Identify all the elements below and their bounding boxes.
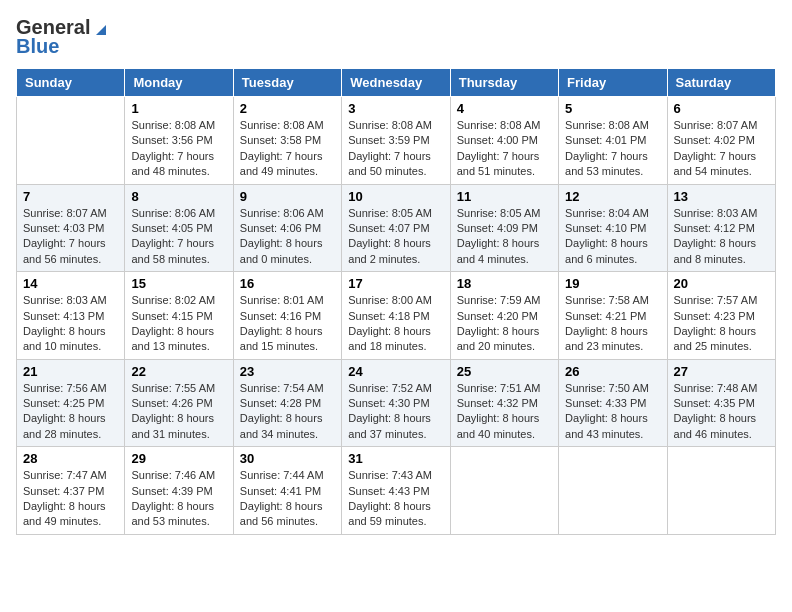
calendar-header-row: SundayMondayTuesdayWednesdayThursdayFrid… [17,69,776,97]
day-number: 25 [457,364,552,379]
calendar-cell: 15 Sunrise: 8:02 AM Sunset: 4:15 PM Dayl… [125,272,233,360]
sunset-text: Sunset: 4:39 PM [131,485,212,497]
daylight-text: Daylight: 7 hours and 51 minutes. [457,150,540,177]
calendar-cell: 10 Sunrise: 8:05 AM Sunset: 4:07 PM Dayl… [342,184,450,272]
day-number: 2 [240,101,335,116]
weekday-header: Saturday [667,69,775,97]
calendar-cell: 14 Sunrise: 8:03 AM Sunset: 4:13 PM Dayl… [17,272,125,360]
daylight-text: Daylight: 7 hours and 48 minutes. [131,150,214,177]
day-info: Sunrise: 7:52 AM Sunset: 4:30 PM Dayligh… [348,381,443,443]
sunset-text: Sunset: 4:05 PM [131,222,212,234]
daylight-text: Daylight: 8 hours and 0 minutes. [240,237,323,264]
weekday-header: Sunday [17,69,125,97]
sunset-text: Sunset: 4:23 PM [674,310,755,322]
calendar-cell: 4 Sunrise: 8:08 AM Sunset: 4:00 PM Dayli… [450,97,558,185]
sunset-text: Sunset: 4:43 PM [348,485,429,497]
daylight-text: Daylight: 7 hours and 53 minutes. [565,150,648,177]
calendar-cell: 22 Sunrise: 7:55 AM Sunset: 4:26 PM Dayl… [125,359,233,447]
day-number: 22 [131,364,226,379]
sunrise-text: Sunrise: 7:44 AM [240,469,324,481]
sunset-text: Sunset: 4:03 PM [23,222,104,234]
calendar-cell [17,97,125,185]
day-info: Sunrise: 7:50 AM Sunset: 4:33 PM Dayligh… [565,381,660,443]
day-number: 30 [240,451,335,466]
calendar-cell: 29 Sunrise: 7:46 AM Sunset: 4:39 PM Dayl… [125,447,233,535]
logo-blue-text: Blue [16,35,59,58]
sunrise-text: Sunrise: 7:46 AM [131,469,215,481]
calendar-cell: 28 Sunrise: 7:47 AM Sunset: 4:37 PM Dayl… [17,447,125,535]
sunrise-text: Sunrise: 8:04 AM [565,207,649,219]
daylight-text: Daylight: 8 hours and 56 minutes. [240,500,323,527]
sunset-text: Sunset: 4:41 PM [240,485,321,497]
calendar-cell: 6 Sunrise: 8:07 AM Sunset: 4:02 PM Dayli… [667,97,775,185]
day-info: Sunrise: 8:05 AM Sunset: 4:09 PM Dayligh… [457,206,552,268]
daylight-text: Daylight: 8 hours and 13 minutes. [131,325,214,352]
daylight-text: Daylight: 8 hours and 23 minutes. [565,325,648,352]
day-info: Sunrise: 8:06 AM Sunset: 4:06 PM Dayligh… [240,206,335,268]
calendar-cell: 8 Sunrise: 8:06 AM Sunset: 4:05 PM Dayli… [125,184,233,272]
day-number: 12 [565,189,660,204]
sunset-text: Sunset: 4:06 PM [240,222,321,234]
day-number: 8 [131,189,226,204]
day-info: Sunrise: 8:07 AM Sunset: 4:02 PM Dayligh… [674,118,769,180]
daylight-text: Daylight: 8 hours and 46 minutes. [674,412,757,439]
daylight-text: Daylight: 8 hours and 53 minutes. [131,500,214,527]
day-info: Sunrise: 8:03 AM Sunset: 4:12 PM Dayligh… [674,206,769,268]
sunset-text: Sunset: 4:32 PM [457,397,538,409]
day-number: 21 [23,364,118,379]
sunrise-text: Sunrise: 8:06 AM [131,207,215,219]
calendar-cell: 26 Sunrise: 7:50 AM Sunset: 4:33 PM Dayl… [559,359,667,447]
daylight-text: Daylight: 8 hours and 31 minutes. [131,412,214,439]
sunrise-text: Sunrise: 8:03 AM [674,207,758,219]
sunset-text: Sunset: 4:01 PM [565,134,646,146]
day-info: Sunrise: 8:01 AM Sunset: 4:16 PM Dayligh… [240,293,335,355]
daylight-text: Daylight: 8 hours and 40 minutes. [457,412,540,439]
day-number: 18 [457,276,552,291]
sunset-text: Sunset: 4:15 PM [131,310,212,322]
day-number: 4 [457,101,552,116]
sunrise-text: Sunrise: 8:08 AM [457,119,541,131]
day-info: Sunrise: 8:06 AM Sunset: 4:05 PM Dayligh… [131,206,226,268]
daylight-text: Daylight: 8 hours and 34 minutes. [240,412,323,439]
day-info: Sunrise: 7:58 AM Sunset: 4:21 PM Dayligh… [565,293,660,355]
sunset-text: Sunset: 3:56 PM [131,134,212,146]
day-info: Sunrise: 8:08 AM Sunset: 3:59 PM Dayligh… [348,118,443,180]
day-info: Sunrise: 7:48 AM Sunset: 4:35 PM Dayligh… [674,381,769,443]
weekday-header: Tuesday [233,69,341,97]
calendar-cell: 20 Sunrise: 7:57 AM Sunset: 4:23 PM Dayl… [667,272,775,360]
calendar-week-row: 1 Sunrise: 8:08 AM Sunset: 3:56 PM Dayli… [17,97,776,185]
calendar-cell: 23 Sunrise: 7:54 AM Sunset: 4:28 PM Dayl… [233,359,341,447]
day-info: Sunrise: 7:57 AM Sunset: 4:23 PM Dayligh… [674,293,769,355]
weekday-header: Wednesday [342,69,450,97]
day-info: Sunrise: 8:02 AM Sunset: 4:15 PM Dayligh… [131,293,226,355]
calendar-cell: 31 Sunrise: 7:43 AM Sunset: 4:43 PM Dayl… [342,447,450,535]
sunrise-text: Sunrise: 8:05 AM [348,207,432,219]
day-number: 9 [240,189,335,204]
sunrise-text: Sunrise: 7:57 AM [674,294,758,306]
day-info: Sunrise: 8:04 AM Sunset: 4:10 PM Dayligh… [565,206,660,268]
weekday-header: Monday [125,69,233,97]
day-info: Sunrise: 8:08 AM Sunset: 4:00 PM Dayligh… [457,118,552,180]
sunrise-text: Sunrise: 7:47 AM [23,469,107,481]
sunset-text: Sunset: 3:58 PM [240,134,321,146]
day-number: 19 [565,276,660,291]
sunset-text: Sunset: 4:25 PM [23,397,104,409]
sunset-text: Sunset: 4:26 PM [131,397,212,409]
daylight-text: Daylight: 8 hours and 28 minutes. [23,412,106,439]
day-info: Sunrise: 8:05 AM Sunset: 4:07 PM Dayligh… [348,206,443,268]
calendar-cell [450,447,558,535]
day-info: Sunrise: 7:59 AM Sunset: 4:20 PM Dayligh… [457,293,552,355]
calendar-cell: 2 Sunrise: 8:08 AM Sunset: 3:58 PM Dayli… [233,97,341,185]
daylight-text: Daylight: 8 hours and 18 minutes. [348,325,431,352]
sunrise-text: Sunrise: 8:01 AM [240,294,324,306]
sunset-text: Sunset: 4:12 PM [674,222,755,234]
daylight-text: Daylight: 7 hours and 50 minutes. [348,150,431,177]
sunrise-text: Sunrise: 8:05 AM [457,207,541,219]
calendar-cell: 12 Sunrise: 8:04 AM Sunset: 4:10 PM Dayl… [559,184,667,272]
day-number: 27 [674,364,769,379]
page-header: General Blue [16,16,776,58]
daylight-text: Daylight: 8 hours and 4 minutes. [457,237,540,264]
sunrise-text: Sunrise: 7:52 AM [348,382,432,394]
calendar-week-row: 21 Sunrise: 7:56 AM Sunset: 4:25 PM Dayl… [17,359,776,447]
sunrise-text: Sunrise: 8:08 AM [348,119,432,131]
